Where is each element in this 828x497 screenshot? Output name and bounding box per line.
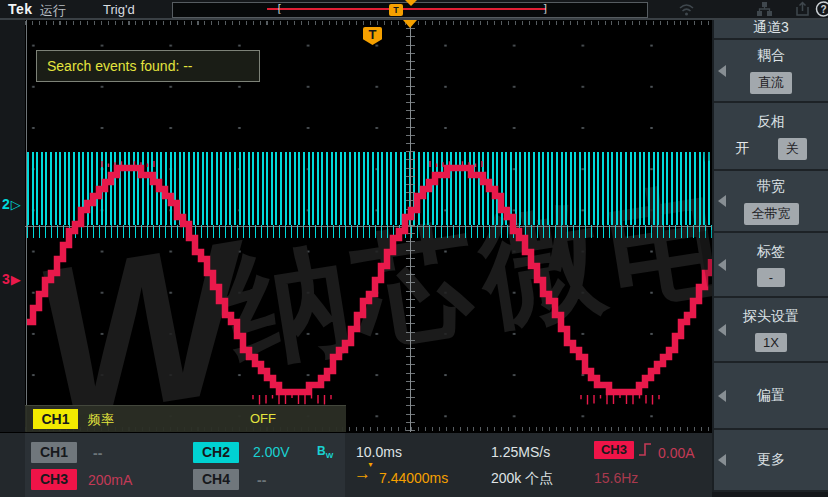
trigger-source-badge[interactable]: CH3 (594, 441, 634, 459)
trigger-position-triangle-icon[interactable] (403, 20, 417, 28)
chevron-left-icon (718, 259, 726, 271)
probe-value-button[interactable]: 1X (755, 333, 787, 352)
horizontal-trigger-readouts: 10.0ms 1.25MS/s CH3 0.00A →▼ 7.44000ms 2… (346, 433, 712, 497)
sidebar-title-text: 通道3 (753, 19, 789, 37)
measurement-bar[interactable]: CH1 频率 OFF (25, 405, 346, 432)
record-length: 200k 个点 (491, 470, 553, 488)
tek-logo: Tek (8, 1, 33, 17)
measurement-value: OFF (250, 411, 276, 426)
ch4-scale-value: -- (257, 472, 266, 488)
rising-edge-icon (638, 440, 652, 458)
label-value-button[interactable]: - (757, 268, 785, 287)
coupling-label: 耦合 (757, 47, 785, 65)
ch2-position-marker[interactable]: 2▷ (2, 196, 21, 212)
ch1-scale-value: -- (93, 445, 102, 461)
ch2-marker-number: 2 (2, 196, 10, 212)
ch3-marker-triangle-icon: ▶ (11, 272, 21, 287)
record-view-trigger-flag[interactable]: T (389, 4, 403, 16)
probe-label: 探头设置 (743, 308, 799, 326)
sidebar-item-offset[interactable]: 偏置 (714, 363, 828, 430)
sidebar-item-more[interactable]: 更多 (714, 430, 828, 492)
sidebar-item-invert[interactable]: 反相 开 关 (714, 103, 828, 171)
measurement-channel-badge[interactable]: CH1 (33, 409, 78, 429)
measurement-name: 频率 (88, 411, 114, 429)
ch3-scale-value: 200mA (88, 472, 132, 488)
offset-label: 偏置 (757, 387, 785, 405)
record-view-right-bracket: ] (542, 4, 549, 14)
ch2-scale-value: 2.00V (253, 444, 290, 460)
sidebar-channel-menu: 通道3 耦合 直流 反相 开 关 带宽 全带宽 标签 - 探头设置 1X 偏置 … (712, 18, 828, 492)
bandwidth-value-button[interactable]: 全带宽 (744, 203, 799, 225)
sample-rate: 1.25MS/s (491, 444, 550, 460)
chevron-left-icon (718, 454, 726, 466)
sidebar-item-coupling[interactable]: 耦合 直流 (714, 40, 828, 103)
ch3-marker-number: 3 (2, 271, 10, 287)
sidebar-item-bandwidth[interactable]: 带宽 全带宽 (714, 171, 828, 233)
sidebar-item-probe-setup[interactable]: 探头设置 1X (714, 298, 828, 363)
sidebar-title: 通道3 (714, 18, 828, 40)
label-label: 标签 (757, 243, 785, 261)
trigger-status: Trig'd (103, 2, 135, 17)
invert-on-option[interactable]: 开 (736, 140, 750, 158)
chevron-left-icon (718, 324, 726, 336)
horizontal-scale[interactable]: 10.0ms (356, 444, 402, 460)
ch1-badge[interactable]: CH1 (31, 442, 77, 463)
record-view-waveform-line (267, 8, 546, 10)
ch3-badge[interactable]: CH3 (31, 469, 77, 490)
top-bar: Tek 运行 Trig'd [ ] T ? (0, 0, 828, 20)
help-icon[interactable]: ? (815, 1, 828, 17)
invert-off-option[interactable]: 关 (778, 138, 807, 160)
network-icon[interactable] (756, 1, 773, 17)
ch2-marker-triangle-icon: ▷ (11, 197, 21, 212)
horizontal-delay[interactable]: 7.44000ms (379, 470, 448, 486)
acquisition-status: 运行 (40, 2, 66, 20)
export-icon[interactable] (794, 1, 811, 17)
chevron-left-icon (718, 390, 726, 402)
status-bar: CH1 -- CH2 2.00V BW CH3 200mA CH4 -- 10.… (0, 432, 712, 497)
invert-label: 反相 (757, 113, 785, 131)
delay-arrow-icon: →▼ (354, 464, 371, 484)
search-events-banner: Search events found: -- (36, 50, 260, 82)
chevron-left-icon (718, 65, 726, 77)
sidebar-item-label[interactable]: 标签 - (714, 233, 828, 298)
channel-readouts: CH1 -- CH2 2.00V BW CH3 200mA CH4 -- (25, 433, 345, 497)
coupling-value-button[interactable]: 直流 (750, 72, 792, 94)
trigger-frequency: 15.6Hz (594, 470, 638, 486)
record-view-trigger-triangle-icon[interactable] (405, 0, 417, 6)
wifi-icon[interactable] (678, 1, 695, 17)
ch2-bandwidth-limit-icon: BW (317, 444, 333, 460)
ch3-position-marker[interactable]: 3▶ (2, 271, 21, 287)
more-label: 更多 (757, 451, 785, 469)
ch2-badge[interactable]: CH2 (193, 442, 239, 463)
trigger-level[interactable]: 0.00A (658, 445, 695, 461)
bandwidth-label: 带宽 (757, 178, 785, 196)
record-view-left-bracket: [ (276, 4, 283, 14)
search-events-text: Search events found: -- (47, 58, 193, 74)
ch4-badge[interactable]: CH4 (193, 469, 239, 490)
chevron-left-icon (718, 195, 726, 207)
svg-text:?: ? (820, 4, 826, 15)
